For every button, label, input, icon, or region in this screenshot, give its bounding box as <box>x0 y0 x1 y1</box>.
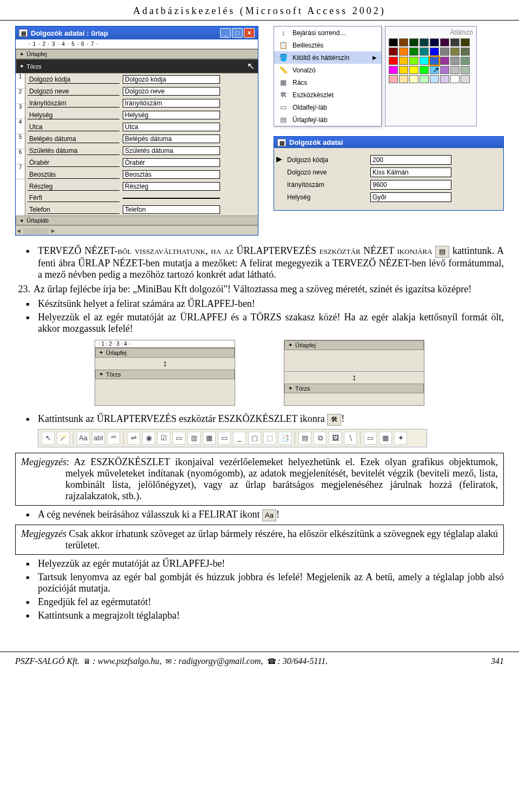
color-swatch[interactable] <box>450 48 460 56</box>
designer-field-row[interactable]: HelységHelység <box>25 109 258 121</box>
color-swatch[interactable] <box>461 66 470 74</box>
color-swatch[interactable] <box>461 57 470 65</box>
menu-item[interactable]: ▦Rács <box>274 76 381 89</box>
field-label[interactable]: Beosztás <box>28 171 119 179</box>
designer-field-row[interactable]: UtcaUtca <box>25 121 258 133</box>
window-titlebar[interactable]: ▤ Dolgozók adatai : űrlap _ □ × <box>16 26 258 39</box>
field-source[interactable]: Dolgozó kódja <box>123 75 220 84</box>
toolbox-button[interactable]: ▤ <box>298 432 311 445</box>
color-swatch[interactable] <box>440 38 449 46</box>
field-source[interactable]: Telefon <box>123 205 220 214</box>
field-label[interactable]: Részleg <box>28 183 119 191</box>
color-swatch[interactable] <box>409 66 418 74</box>
field-input[interactable] <box>370 167 451 177</box>
color-swatch[interactable] <box>409 75 418 83</box>
field-label[interactable]: Belépés dátuma <box>28 135 119 143</box>
field-source[interactable]: Részleg <box>123 182 220 191</box>
field-input[interactable] <box>370 180 451 190</box>
designer-field-row[interactable]: Születés dátumaSzületés dátuma <box>25 145 258 157</box>
toolbox-button[interactable]: ⎯ <box>233 432 246 445</box>
color-swatch[interactable] <box>440 75 449 83</box>
field-source[interactable]: Irányítószám <box>123 99 220 108</box>
color-swatch[interactable] <box>440 66 449 74</box>
toolbox-button[interactable]: ▢ <box>248 432 261 445</box>
window-titlebar[interactable]: ▤ Dolgozók adatai <box>274 137 503 148</box>
color-swatch[interactable] <box>420 57 429 65</box>
color-swatch[interactable] <box>389 38 398 46</box>
color-swatch[interactable] <box>461 75 470 83</box>
toolbox-button[interactable]: ▦ <box>203 432 216 445</box>
color-swatch[interactable] <box>440 48 449 56</box>
maximize-button[interactable]: □ <box>232 28 243 38</box>
field-label[interactable]: Dolgozó neve <box>28 88 119 96</box>
toolbox-button[interactable]: ✦ <box>394 432 407 445</box>
menu-item[interactable]: 🪣Kitöltő és háttérszín▶ <box>274 51 381 64</box>
menu-item[interactable]: ▤Űrlapfej/-láb <box>274 113 381 126</box>
toolbox-button[interactable]: ⇌ <box>127 432 140 445</box>
toolbox-button[interactable]: ⧉ <box>314 432 327 445</box>
color-swatch[interactable] <box>430 38 439 46</box>
color-swatch[interactable] <box>399 48 408 56</box>
toolbox-button[interactable]: ▦ <box>379 432 392 445</box>
color-swatch[interactable] <box>409 57 418 65</box>
band-detail[interactable]: ✦ Törzs ↖ <box>16 59 258 73</box>
toolbox-button[interactable]: abl <box>92 432 105 445</box>
color-swatch[interactable] <box>389 66 398 74</box>
color-swatch[interactable] <box>461 48 470 56</box>
color-swatch[interactable] <box>440 57 449 65</box>
field-label[interactable]: Telefon <box>28 206 119 214</box>
field-source[interactable]: Dolgozó neve <box>123 87 220 96</box>
toolbox-button[interactable]: ∖ <box>344 432 357 445</box>
toolbox-button[interactable]: ▥ <box>188 432 201 445</box>
toolbox-button[interactable]: 🖼 <box>329 432 342 445</box>
color-swatch[interactable] <box>399 38 408 46</box>
color-swatch[interactable] <box>450 75 460 83</box>
designer-field-row[interactable]: Belépés dátumaBelépés dátuma <box>25 133 258 145</box>
field-source[interactable]: Órabér <box>123 158 220 167</box>
color-swatch[interactable] <box>399 66 408 74</box>
color-swatch[interactable] <box>420 75 429 83</box>
field-source[interactable]: Születés dátuma <box>123 146 220 155</box>
toolbox-button[interactable]: ᵃᵇ <box>107 432 120 445</box>
field-input[interactable] <box>370 155 451 165</box>
color-swatch[interactable] <box>450 38 460 46</box>
menu-item[interactable]: 🛠Eszközkészlet <box>274 89 381 101</box>
field-label[interactable]: Dolgozó kódja <box>28 76 119 84</box>
toolbox-button[interactable]: 🪄 <box>57 432 70 445</box>
color-swatch[interactable] <box>461 38 470 46</box>
band-form-header[interactable]: ✦ Űrlapfej <box>16 49 258 59</box>
color-swatch[interactable] <box>399 75 408 83</box>
color-swatch[interactable] <box>430 57 439 65</box>
record-selector[interactable]: ▶ <box>276 155 282 164</box>
field-source[interactable]: Beosztás <box>123 170 220 179</box>
toolbox-button[interactable]: ↖ <box>42 432 55 445</box>
designer-field-row[interactable]: Dolgozó kódjaDolgozó kódja <box>25 73 258 85</box>
menu-item[interactable]: ↕Bejárási sorrend… <box>274 26 381 39</box>
field-label[interactable]: Utca <box>28 123 119 131</box>
field-source[interactable]: Belépés dátuma <box>123 135 220 143</box>
color-swatch[interactable] <box>389 48 398 56</box>
color-swatch[interactable] <box>420 48 429 56</box>
field-label[interactable]: Irányítószám <box>28 99 119 108</box>
color-swatch[interactable] <box>420 38 429 46</box>
color-swatch[interactable] <box>430 75 439 83</box>
designer-field-row[interactable]: BeosztásBeosztás <box>25 169 258 180</box>
field-source[interactable]: Helység <box>123 111 220 119</box>
minimize-button[interactable]: _ <box>220 28 231 38</box>
color-swatch[interactable] <box>389 75 398 83</box>
toolbox-button[interactable]: Aa <box>77 432 90 445</box>
close-button[interactable]: × <box>244 28 255 38</box>
field-label[interactable]: Órabér <box>28 159 119 167</box>
color-swatch[interactable] <box>409 48 418 56</box>
field-label[interactable]: Helység <box>28 111 119 119</box>
toolbox-button[interactable]: ▭ <box>364 432 377 445</box>
color-swatch[interactable] <box>389 57 398 65</box>
menu-item[interactable]: 📏Vonalzó <box>274 64 381 76</box>
color-swatch[interactable] <box>420 66 429 74</box>
color-swatch[interactable] <box>450 57 460 65</box>
field-label[interactable]: Férfi <box>28 194 119 202</box>
field-label[interactable]: Születés dátuma <box>28 147 119 155</box>
designer-field-row[interactable]: Dolgozó neveDolgozó neve <box>25 85 258 97</box>
toolbox-button[interactable]: ◉ <box>142 432 155 445</box>
color-swatch[interactable] <box>409 38 418 46</box>
